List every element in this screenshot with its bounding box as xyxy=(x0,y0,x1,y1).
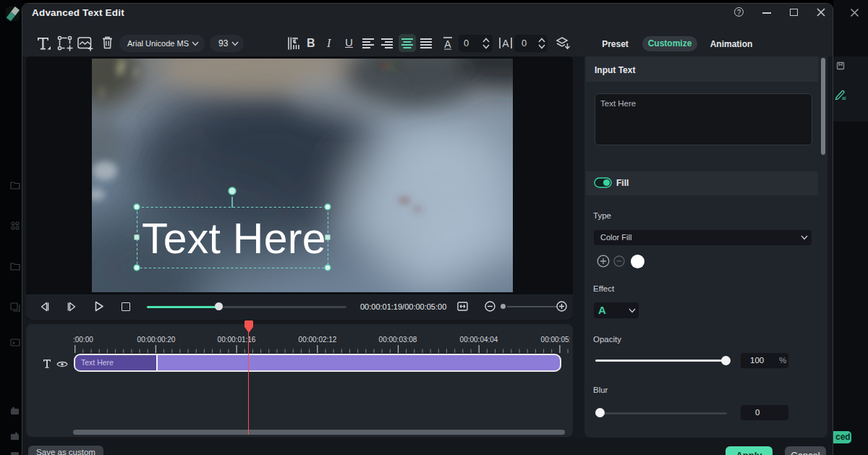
svg-text:ai: ai xyxy=(842,95,846,101)
svg-text:A: A xyxy=(444,38,451,50)
svg-text:A: A xyxy=(502,38,509,49)
